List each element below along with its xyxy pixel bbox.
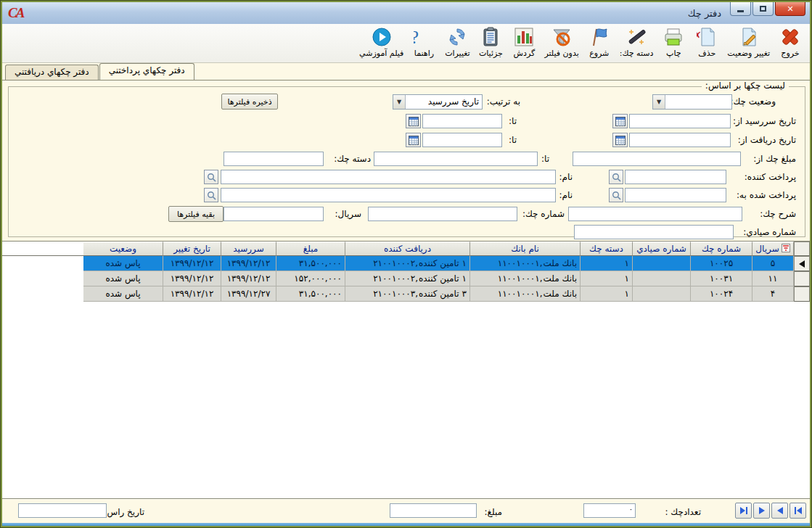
paid-to-label: پرداخت شده به: (737, 188, 796, 202)
more-filters-button[interactable]: بقيه فيلترها (168, 206, 223, 222)
receive-date-to-input[interactable] (422, 133, 502, 147)
cell-check-no: ۱۰۰۲۴ (691, 286, 752, 302)
no-filter-button[interactable]: بدون فيلتر (541, 25, 582, 59)
chevron-down-icon[interactable]: ▼ (393, 95, 406, 109)
check-desc-input[interactable] (568, 207, 742, 221)
save-filters-button[interactable]: ذخيره فيلترها (221, 94, 278, 110)
table-row[interactable]: پاس شده ۱۳۹۹/۱۲/۱۲ ۱۳۹۹/۱۲/۱۲ ۳۱,۵۰۰,۰۰۰… (2, 256, 810, 271)
tab-payable-checks[interactable]: دفتر چكهاي پرداختني (99, 63, 194, 80)
payer-name-label: نام: (559, 170, 573, 184)
paid-to-code-input[interactable] (625, 188, 726, 202)
col-header-checkbook[interactable]: دسته چك (581, 242, 633, 256)
check-no-input[interactable] (368, 207, 517, 221)
filters-groupbox: ليست چكها بر اساس: وضعيت چك: ▼ به ترتيب:… (8, 86, 805, 237)
status-bar: تعدادچك : ۰ مبلغ: تاريخ راس: (2, 498, 810, 523)
check-status-select[interactable]: ▼ (652, 94, 732, 110)
paid-to-name-input[interactable] (221, 188, 556, 202)
col-header-status[interactable]: وضعيت (83, 242, 163, 256)
cell-status: پاس شده (83, 271, 163, 286)
due-date-to-input[interactable] (422, 114, 502, 128)
table-row[interactable]: پاس شده ۱۳۹۹/۱۲/۱۲ ۱۳۹۹/۱۲/۲۷ ۳۱,۵۰۰,۰۰۰… (2, 286, 810, 302)
table-row[interactable]: پاس شده ۱۳۹۹/۱۲/۱۲ ۱۳۹۹/۱۲/۱۲ ۱۵۲,۰۰۰,۰۰… (2, 271, 810, 286)
search-icon[interactable] (609, 170, 623, 184)
filter-area: ليست چكها بر اساس: وضعيت چك: ▼ به ترتيب:… (2, 80, 810, 241)
calendar-icon[interactable] (406, 133, 421, 147)
close-button[interactable]: ✕ (775, 2, 805, 16)
ras-date-value (18, 503, 107, 518)
due-date-from-input[interactable] (629, 114, 731, 128)
col-header-change-date[interactable]: تاريخ تغيير (163, 242, 221, 256)
first-record-button[interactable] (790, 503, 806, 519)
amount-to-input[interactable] (374, 152, 538, 166)
cell-change-date: ۱۳۹۹/۱۲/۱۲ (163, 286, 221, 302)
col-header-receiver[interactable]: دريافت كننده (345, 242, 470, 256)
cell-receiver: ۲۱۰۰۱۰۰۰۲,تامين كننده۱ (345, 271, 470, 286)
check-count-value: ۰ (583, 503, 636, 518)
checks-grid: وضعيت تاريخ تغيير سررسيد مبلغ دريافت كنن… (2, 241, 810, 498)
delete-button[interactable]: ✗ حذف (690, 25, 723, 59)
receive-date-from-input[interactable] (629, 133, 731, 147)
sayad-no-input[interactable] (574, 225, 734, 239)
cell-amount: ۳۱,۵۰۰,۰۰۰ (276, 286, 345, 302)
col-header-serial[interactable]: سريال (752, 242, 794, 256)
next-record-button[interactable] (753, 503, 770, 519)
checkbook-input[interactable] (223, 152, 324, 166)
flag-icon (589, 26, 610, 48)
cell-status: پاس شده (83, 286, 163, 302)
exit-button[interactable]: خروج (774, 25, 807, 59)
payer-code-input[interactable] (625, 170, 726, 184)
calendar-icon[interactable] (612, 133, 628, 147)
previous-record-button[interactable] (771, 503, 788, 519)
details-button[interactable]: جزئيات (474, 25, 507, 59)
row-marker-header (794, 242, 810, 256)
checkbook-start-button[interactable]: دسته چك: (616, 25, 657, 59)
cell-sayad-no (633, 286, 691, 302)
check-desc-label: شرح چك: (760, 207, 796, 221)
search-icon[interactable] (204, 170, 218, 184)
chevron-down-icon[interactable]: ▼ (653, 95, 665, 109)
order-by-select[interactable]: ▼تاريخ سررسيد (393, 94, 483, 110)
search-icon[interactable] (609, 188, 623, 202)
cell-bank: ۱۱۰۰۱۰۰۰۱,بانك ملت (470, 271, 581, 286)
col-header-sayad-no[interactable]: شماره صيادي (633, 242, 691, 256)
start-button[interactable]: شروع (583, 25, 616, 59)
tutorial-video-button[interactable]: فيلم آموزشي (356, 25, 407, 59)
last-record-button[interactable] (735, 503, 752, 519)
due-date-from-label: تاريخ سررسيد از: (733, 114, 796, 128)
turnover-button[interactable]: گردش (507, 25, 541, 59)
payer-name-input[interactable] (221, 170, 556, 184)
filter-icon[interactable] (782, 244, 790, 255)
changes-button[interactable]: تغييرات (440, 25, 474, 59)
bar-chart-icon (513, 26, 535, 48)
print-button[interactable]: چاپ (657, 25, 690, 59)
current-row-marker (794, 256, 810, 271)
svg-text:?: ? (414, 27, 419, 47)
tab-receivable-checks[interactable]: دفتر چكهاي دريافتني (5, 65, 99, 80)
help-button[interactable]: ? راهنما (407, 25, 440, 59)
sayad-no-label: شماره صيادي: (743, 225, 796, 239)
magic-wand-icon (626, 26, 647, 48)
search-icon[interactable] (204, 188, 218, 202)
col-header-amount[interactable]: مبلغ (276, 242, 345, 256)
serial-input[interactable] (223, 207, 324, 221)
cell-receiver: ۲۱۰۰۱۰۰۰۲,تامين كننده۱ (345, 256, 470, 271)
question-icon: ? (413, 26, 435, 48)
change-status-button[interactable]: تغيير وضعيت (723, 25, 774, 59)
total-amount-value (390, 503, 477, 518)
col-header-bank[interactable]: نام بانك (470, 242, 581, 256)
window-title: دفتر چك (688, 8, 721, 19)
svg-text:✗: ✗ (697, 30, 702, 41)
checkbook-label: دسته چك: (334, 152, 371, 166)
maximize-button[interactable] (752, 2, 774, 16)
col-header-due-date[interactable]: سررسيد (221, 242, 276, 256)
calendar-icon[interactable] (406, 114, 421, 128)
edit-status-icon (738, 26, 760, 48)
col-header-check-no[interactable]: شماره چك (691, 242, 752, 256)
amount-from-input[interactable] (573, 152, 741, 166)
calendar-icon[interactable] (612, 114, 628, 128)
minimize-button[interactable] (730, 2, 751, 16)
printer-icon (663, 26, 684, 48)
record-navigator (735, 503, 806, 519)
ras-date-label: تاريخ راس: (104, 505, 144, 519)
cell-amount: ۱۵۲,۰۰۰,۰۰۰ (276, 271, 345, 286)
